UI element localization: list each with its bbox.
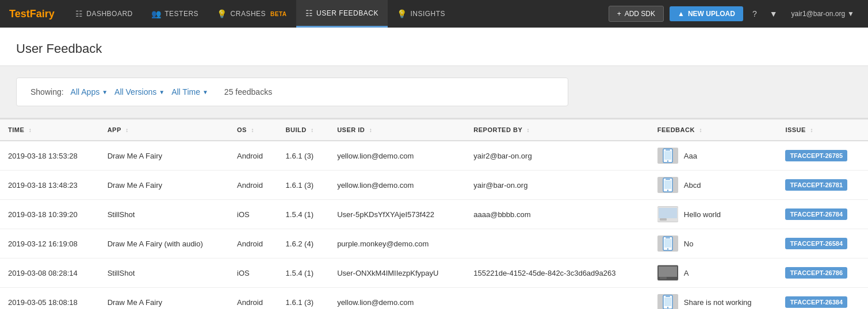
feedback-thumbnail[interactable] xyxy=(657,177,678,193)
cell-reported-by: 155221de-4152-45de-842c-3c3d6ad9a263 xyxy=(465,258,649,288)
col-feedback[interactable]: FEEDBACK ↕ xyxy=(649,119,778,141)
page-content: User Feedback Showing: All Apps ▼ All Ve… xyxy=(0,28,868,309)
issue-badge[interactable]: TFACCEPT-26786 xyxy=(785,267,847,279)
grid2-icon: ☷ xyxy=(305,9,313,18)
svg-rect-5 xyxy=(666,179,670,180)
user-dropdown-icon: ▼ xyxy=(847,10,854,18)
cell-reported-by: yair@bar-on.org xyxy=(465,171,649,200)
col-user-id[interactable]: USER ID ↕ xyxy=(329,119,465,141)
nav-label-crashes: CRASHES xyxy=(231,10,266,18)
cell-user-id: User-5pKDsYfXYAjeI573f422 xyxy=(329,200,465,229)
cell-feedback[interactable]: Hello world xyxy=(649,200,778,229)
cell-app: Draw Me A Fairy xyxy=(100,141,229,171)
feedback-table: TIME ↕ APP ↕ OS ↕ BUILD ↕ USER ID ↕ REPO… xyxy=(0,118,868,309)
feedback-thumbnail[interactable] xyxy=(657,148,678,164)
all-versions-caret: ▼ xyxy=(159,89,165,95)
col-app[interactable]: APP ↕ xyxy=(100,119,229,141)
grid-icon: ☷ xyxy=(75,9,83,18)
col-build[interactable]: BUILD ↕ xyxy=(278,119,330,141)
new-upload-button[interactable]: ▲ NEW UPLOAD xyxy=(670,6,743,21)
feedback-thumbnail[interactable] xyxy=(657,294,678,309)
sort-issue-icon: ↕ xyxy=(810,127,813,133)
col-issue[interactable]: ISSUE ↕ xyxy=(777,119,868,141)
cell-issue[interactable]: TFACCEPT-26786 xyxy=(777,258,868,288)
new-upload-label: NEW UPLOAD xyxy=(688,10,735,18)
cell-os: Android xyxy=(229,171,278,200)
nav-item-user-feedback[interactable]: ☷ USER FEEDBACK xyxy=(296,0,388,28)
cell-feedback[interactable]: Share is not working xyxy=(649,288,778,310)
issue-badge[interactable]: TFACCEPT-26384 xyxy=(785,296,847,308)
all-apps-dropdown[interactable]: All Apps ▼ xyxy=(71,87,108,96)
table-row[interactable]: 2019-03-08 08:28:14 StillShot iOS 1.5.4 … xyxy=(0,258,868,288)
cell-build: 1.5.4 (1) xyxy=(278,200,330,229)
filter-bar: Showing: All Apps ▼ All Versions ▼ All T… xyxy=(16,78,568,106)
issue-badge[interactable]: TFACCEPT-26781 xyxy=(785,179,847,191)
cell-issue[interactable]: TFACCEPT-26781 xyxy=(777,171,868,200)
help-dropdown-icon[interactable]: ▼ xyxy=(766,7,781,21)
table-row[interactable]: 2019-03-05 18:08:18 Draw Me A Fairy Andr… xyxy=(0,288,868,310)
cell-user-id: purple.monkey@demo.com xyxy=(329,229,465,258)
table-row[interactable]: 2019-03-18 10:39:20 StillShot iOS 1.5.4 … xyxy=(0,200,868,229)
user-menu[interactable]: yair1@bar-on.org ▼ xyxy=(787,7,859,20)
cell-feedback[interactable]: A xyxy=(649,258,778,288)
cell-reported-by: yair2@bar-on.org xyxy=(465,141,649,171)
table-section: TIME ↕ APP ↕ OS ↕ BUILD ↕ USER ID ↕ REPO… xyxy=(0,118,868,309)
sort-feedback-icon: ↕ xyxy=(699,127,702,133)
add-sdk-button[interactable]: + ADD SDK xyxy=(609,6,664,22)
cell-issue[interactable]: TFACCEPT-26785 xyxy=(777,141,868,171)
cell-reported-by: aaaa@bbbb.com xyxy=(465,200,649,229)
cell-issue[interactable]: TFACCEPT-26784 xyxy=(777,200,868,229)
cell-app: StillShot xyxy=(100,258,229,288)
nav-item-dashboard[interactable]: ☷ DASHBOARD xyxy=(66,0,142,28)
help-button[interactable]: ? xyxy=(749,7,760,21)
user-email: yair1@bar-on.org xyxy=(791,10,846,18)
cell-time: 2019-03-18 13:48:23 xyxy=(0,171,100,200)
svg-point-13 xyxy=(667,248,668,249)
cell-feedback[interactable]: Aaa xyxy=(649,141,778,171)
feedback-thumbnail[interactable] xyxy=(657,265,678,281)
feedback-count: 25 feedbacks xyxy=(224,87,272,96)
svg-rect-9 xyxy=(659,208,677,218)
cell-time: 2019-03-08 08:28:14 xyxy=(0,258,100,288)
all-versions-dropdown[interactable]: All Versions ▼ xyxy=(114,87,165,96)
feedback-thumbnail[interactable] xyxy=(657,235,678,252)
table-row[interactable]: 2019-03-12 16:19:08 Draw Me A Fairy (wit… xyxy=(0,229,868,258)
add-sdk-label: ADD SDK xyxy=(625,10,655,18)
sort-reportedby-icon: ↕ xyxy=(527,127,530,133)
svg-rect-3 xyxy=(664,151,671,160)
svg-rect-19 xyxy=(666,296,670,298)
svg-rect-12 xyxy=(666,238,670,239)
sort-build-icon: ↕ xyxy=(311,127,314,133)
brand-name-part1: Test xyxy=(9,8,30,20)
nav-item-testers[interactable]: 👥 TESTERS xyxy=(142,0,208,28)
cell-issue[interactable]: TFACCEPT-26384 xyxy=(777,288,868,310)
table-row[interactable]: 2019-03-18 13:48:23 Draw Me A Fairy Andr… xyxy=(0,171,868,200)
issue-badge[interactable]: TFACCEPT-26784 xyxy=(785,208,847,220)
sort-os-icon: ↕ xyxy=(251,127,255,133)
brand-logo[interactable]: TestFairy xyxy=(9,8,55,20)
issue-badge[interactable]: TFACCEPT-26785 xyxy=(785,150,847,161)
cell-time: 2019-03-05 18:08:18 xyxy=(0,288,100,310)
cell-feedback[interactable]: Abcd xyxy=(649,171,778,200)
col-os[interactable]: OS ↕ xyxy=(229,119,278,141)
cell-user-id: yellow.lion@demo.com xyxy=(329,171,465,200)
col-time[interactable]: TIME ↕ xyxy=(0,119,100,141)
svg-rect-16 xyxy=(659,266,677,277)
issue-badge[interactable]: TFACCEPT-26584 xyxy=(785,238,847,249)
nav-item-crashes[interactable]: 💡 CRASHES BETA xyxy=(208,0,296,28)
lightbulb-icon: 💡 xyxy=(217,9,227,18)
nav-item-insights[interactable]: 💡 INSIGHTS xyxy=(388,0,454,28)
feedback-text: No xyxy=(684,240,694,248)
cell-build: 1.6.1 (3) xyxy=(278,171,330,200)
cell-feedback[interactable]: No xyxy=(649,229,778,258)
table-row[interactable]: 2019-03-18 13:53:28 Draw Me A Fairy Andr… xyxy=(0,141,868,171)
all-time-dropdown[interactable]: All Time ▼ xyxy=(171,87,208,96)
svg-rect-10 xyxy=(660,218,667,221)
svg-point-2 xyxy=(667,160,668,161)
feedback-thumbnail[interactable] xyxy=(657,206,678,222)
cell-os: Android xyxy=(229,229,278,258)
nav-label-user-feedback: USER FEEDBACK xyxy=(316,9,378,17)
cell-issue[interactable]: TFACCEPT-26584 xyxy=(777,229,868,258)
col-reported-by[interactable]: REPORTED BY ↕ xyxy=(465,119,649,141)
feedback-text: Abcd xyxy=(684,181,701,190)
